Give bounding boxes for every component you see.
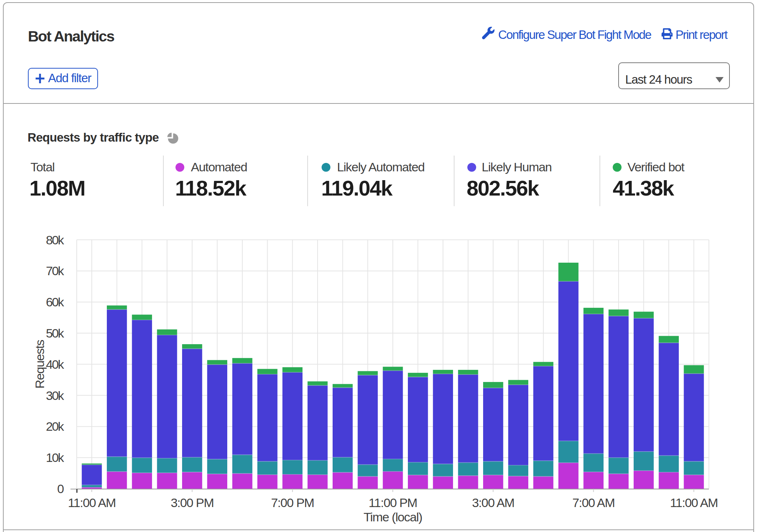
svg-text:3:00 AM: 3:00 AM (472, 496, 514, 510)
svg-text:70k: 70k (46, 264, 65, 278)
svg-text:40k: 40k (46, 357, 65, 371)
svg-text:3:00 PM: 3:00 PM (171, 496, 214, 510)
svg-text:11:00 AM: 11:00 AM (670, 496, 718, 510)
svg-text:11:00 PM: 11:00 PM (369, 496, 417, 510)
svg-text:7:00 AM: 7:00 AM (572, 496, 615, 510)
svg-text:20k: 20k (46, 419, 65, 433)
svg-text:0: 0 (57, 482, 64, 496)
svg-text:7:00 PM: 7:00 PM (271, 496, 314, 510)
svg-text:Requests: Requests (33, 340, 47, 389)
svg-text:Time (local): Time (local) (363, 510, 422, 524)
svg-text:10k: 10k (46, 451, 65, 464)
svg-text:80k: 80k (46, 233, 65, 247)
svg-text:60k: 60k (46, 295, 65, 309)
svg-text:50k: 50k (46, 326, 65, 340)
svg-text:30k: 30k (46, 389, 65, 402)
svg-text:11:00 AM: 11:00 AM (68, 496, 116, 510)
